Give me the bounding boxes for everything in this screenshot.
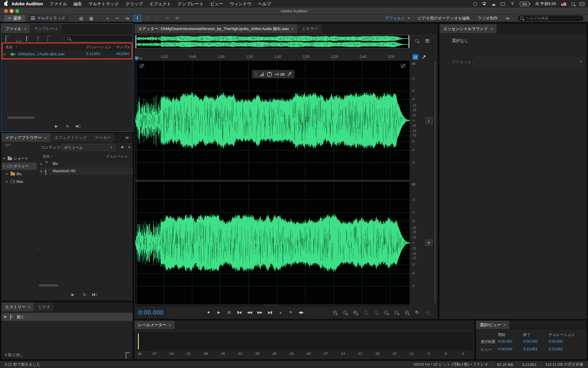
file-row[interactable]: ▸ OhMyDea...t Audio 抽出.wav 3:13.651 4410… <box>1 51 133 58</box>
menu-multitrack[interactable]: マルチトラック <box>85 1 122 7</box>
tree-item-blu[interactable]: ▸ Blu <box>1 170 37 178</box>
display-icon[interactable] <box>501 2 505 6</box>
panel-menu-icon[interactable]: ≡ <box>291 26 294 31</box>
files-hscrollbar[interactable] <box>7 117 34 119</box>
panel-menu-icon[interactable]: ≡ <box>44 135 46 140</box>
menu-templates[interactable]: テンプレート <box>174 1 207 7</box>
tab-templates[interactable]: テンプレート <box>30 24 63 33</box>
column-duration[interactable]: デュレーション <box>86 45 111 50</box>
spectral-toggle-icon[interactable]: ▦ <box>87 15 95 22</box>
zoom-full-button[interactable]: ▭ <box>423 309 431 316</box>
zoom-out-point-button[interactable]: ] <box>372 309 380 316</box>
media-hscrollbar[interactable] <box>39 284 58 286</box>
panel-menu-icon[interactable]: ≡ <box>490 26 493 31</box>
chevron-down-icon[interactable]: ▾ <box>3 164 6 168</box>
input-source-flag-icon[interactable] <box>561 2 566 6</box>
playhead-time[interactable]: 0:00.000 <box>138 309 164 316</box>
stop-button[interactable]: ■ <box>204 309 212 316</box>
trash-icon[interactable] <box>126 353 126 359</box>
tab-overflow-button[interactable]: ≫ <box>121 133 133 142</box>
editor-vscrollbar[interactable] <box>434 61 436 304</box>
gain-hud[interactable]: +0 dB <box>252 70 295 79</box>
tab-editor[interactable]: エディター: OhMyDearInstrumentalVersion_by_Th… <box>134 24 298 33</box>
overview-menu-icon[interactable] <box>424 37 431 44</box>
media-column-header[interactable]: 名前 ↑ デュレーショ <box>39 152 133 160</box>
menu-window[interactable]: ウィンドウ <box>226 1 255 7</box>
preset-dropdown[interactable]: ▼ <box>474 58 585 65</box>
lasso-selection-tool-button[interactable] <box>153 15 161 22</box>
tab-markers[interactable]: マーカー <box>91 133 115 142</box>
menu-file[interactable]: ファイル <box>46 1 70 7</box>
marquee-selection-tool-button[interactable] <box>143 15 151 22</box>
tab-selection-view[interactable]: 選択/ビュー ≡ <box>476 321 510 329</box>
battery-icon[interactable]: 75% <box>520 2 530 6</box>
tab-effects-rack[interactable]: エフェクトラック <box>51 133 91 142</box>
new-file-icon[interactable] <box>26 36 27 42</box>
view-duration-value[interactable]: 3:13.651 <box>549 347 563 351</box>
preview-play-icon[interactable]: ▶ <box>71 293 74 296</box>
zoom-in-point-button[interactable]: [ <box>362 309 369 316</box>
chevron-right-icon[interactable]: ▸ <box>41 169 44 173</box>
column-sample-rate[interactable]: サンプル <box>116 45 131 50</box>
loop-playback-icon[interactable]: ↻ <box>83 293 86 297</box>
media-row-blu[interactable]: ▸ Blu <box>39 160 133 168</box>
contents-dropdown[interactable]: ボリューム ▼ <box>61 144 116 151</box>
zoom-selection-time-button[interactable]: ‹› <box>403 309 410 316</box>
open-file-icon[interactable] <box>6 37 6 42</box>
chevron-right-icon[interactable]: ▸ <box>6 172 9 176</box>
reset-zoom-button[interactable]: ↻ <box>413 309 421 316</box>
column-duration[interactable]: デュレーショ <box>106 154 128 159</box>
pin-icon[interactable] <box>287 72 291 76</box>
chevron-right-icon[interactable]: ▸ <box>41 162 44 166</box>
play-button[interactable]: ▶ <box>215 309 223 316</box>
panel-menu-icon[interactable]: ≡ <box>503 323 506 327</box>
zoom-selection-button[interactable]: ▭ <box>351 309 359 316</box>
corner-handle-icon[interactable] <box>401 64 405 68</box>
column-name[interactable]: 名前 <box>43 154 50 159</box>
waveform-view-button[interactable]: ♒ 波形 <box>4 15 25 21</box>
selection-end-value[interactable]: 0:00.000 <box>523 339 538 344</box>
skip-to-start-button[interactable]: ▮◀ <box>235 309 243 316</box>
tab-history[interactable]: ヒストリー ≡ <box>1 302 34 311</box>
tab-video[interactable]: ビデオ <box>34 302 54 311</box>
tree-item-shortcuts[interactable]: ▾ ショート <box>1 155 37 162</box>
corner-handle-icon[interactable] <box>139 64 144 68</box>
files-search-input[interactable] <box>64 35 133 42</box>
tab-mixer[interactable]: ミキサー <box>298 24 322 33</box>
selection-duration-value[interactable]: 0:00.000 <box>549 339 563 344</box>
timeline-ruler[interactable]: hms 0:200:401:001:201:402:002:202:403:00 <box>135 54 410 61</box>
drag-grip-icon[interactable] <box>255 72 257 77</box>
selection-start-value[interactable]: 0:00.000 <box>498 339 512 344</box>
pin-ruler-icon[interactable] <box>421 54 427 60</box>
view-end-value[interactable]: 3:13.651 <box>523 347 538 351</box>
workspace-overflow-button[interactable]: ≫ <box>505 16 510 21</box>
panel-menu-icon[interactable]: ≡ <box>24 26 26 31</box>
multitrack-view-button[interactable]: マルチトラック <box>27 15 69 21</box>
tree-item-volumes[interactable]: ▾ ボリュー <box>1 163 37 170</box>
chevron-right-icon[interactable]: ▸ <box>4 52 7 56</box>
apple-icon[interactable] <box>4 2 8 6</box>
fast-forward-button[interactable]: ▶▶ <box>256 309 264 316</box>
tree-splitter[interactable] <box>37 152 39 283</box>
editor-hscrollbar[interactable] <box>135 304 410 306</box>
record-button[interactable]: ● <box>276 309 284 316</box>
column-name[interactable]: 名前 <box>6 45 13 50</box>
overview-strip[interactable] <box>135 35 410 48</box>
circle-icon[interactable] <box>473 2 477 6</box>
files-column-header[interactable]: 名前 ↑ デュレーション サンプル <box>1 44 133 50</box>
skip-selection-button[interactable]: ◀▶ <box>297 309 305 316</box>
chevron-right-icon[interactable]: ▸ <box>6 180 9 183</box>
channel-badge-left[interactable]: L <box>425 117 432 124</box>
move-tool-button[interactable]: + <box>103 15 111 22</box>
playhead-marker[interactable] <box>135 57 138 60</box>
paw-icon[interactable] <box>482 2 486 6</box>
menu-help[interactable]: ヘルプ <box>255 1 274 7</box>
zoom-in-time-button[interactable]: ‹ <box>382 309 390 316</box>
tree-item-macintosh[interactable]: ▸ Mac <box>1 178 37 185</box>
zoom-out-time-button[interactable]: › <box>392 309 400 316</box>
slip-tool-button[interactable]: ⇆ <box>123 15 131 22</box>
spotlight-search-icon[interactable] <box>571 2 574 6</box>
forward-arrow-icon[interactable]: ▶ <box>128 145 131 149</box>
help-search-input[interactable] <box>517 15 584 21</box>
panel-toggle-icon[interactable]: ▤ <box>77 15 85 22</box>
